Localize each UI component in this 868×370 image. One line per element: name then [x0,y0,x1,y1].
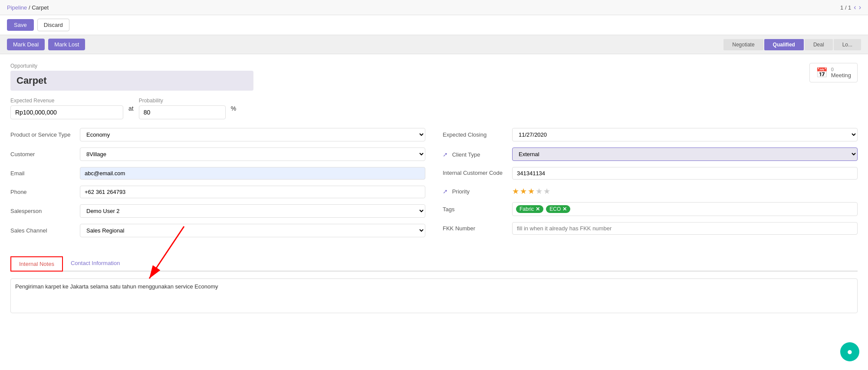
calendar-icon: 📅 [816,67,828,79]
customer-field: 8Village [80,147,425,161]
meeting-widget[interactable]: 📅 0 Meeting [809,63,858,82]
tag-fabric-label: Fabric [519,206,534,212]
priority-stars[interactable]: ★ ★ ★ ★ ★ [512,187,858,196]
stage-actions: Mark Deal Mark Lost [7,39,85,50]
stage-negotiate[interactable]: Negotiate [723,39,763,50]
priority-link-icon[interactable]: ➚ [443,188,448,195]
fkk-number-input[interactable] [512,222,858,235]
tag-fabric-remove[interactable]: ✕ [536,206,540,212]
nav-prev-icon[interactable]: ‹ [854,3,856,11]
fkk-number-field [512,222,858,235]
customer-select[interactable]: 8Village [80,147,425,161]
star-2[interactable]: ★ [520,187,527,196]
external-link-icon[interactable]: ➚ [443,151,448,158]
sales-channel-select[interactable]: Sales Regional [80,224,425,237]
salesperson-label: Salesperson [10,208,80,214]
action-bar: Save Discard [0,15,868,35]
tab-internal-notes[interactable]: Internal Notes [10,256,63,272]
product-service-select[interactable]: Economy [80,128,425,141]
star-5[interactable]: ★ [543,187,550,196]
phone-input[interactable] [80,186,425,198]
tag-eco-remove[interactable]: ✕ [562,206,567,212]
internal-customer-code-row: Internal Customer Code [443,167,858,180]
client-type-select[interactable]: External [512,147,858,161]
priority-label: ➚ Priority [443,188,512,195]
fkk-number-label: FKK Number [443,225,512,232]
probability-group: Probability [139,98,226,119]
tag-eco-label: ECO [549,206,561,212]
email-input[interactable] [80,167,425,180]
sales-channel-label: Sales Channel [10,227,80,234]
save-button[interactable]: Save [7,19,34,31]
opportunity-label: Opportunity [10,63,253,69]
expected-closing-field: 11/27/2020 [512,128,858,141]
probability-input[interactable] [139,105,226,119]
nav-next-icon[interactable]: › [859,3,861,11]
tab-contact-information[interactable]: Contact Information [63,256,128,272]
product-service-field: Economy [80,128,425,141]
opportunity-section: Opportunity [10,63,253,91]
email-label: Email [10,170,80,177]
discard-button[interactable]: Discard [37,19,69,31]
top-bar: Pipeline / Carpet 1 / 1 ‹ › [0,0,868,15]
phone-row: Phone [10,186,425,198]
mark-deal-button[interactable]: Mark Deal [7,39,45,50]
salesperson-field: Demo User 2 [80,204,425,218]
customer-label: Customer [10,151,80,157]
email-row: Email [10,167,425,180]
revenue-group: Expected Revenue [10,98,123,119]
tags-row: Tags Fabric ✕ ECO ✕ [443,202,858,216]
sales-channel-row: Sales Channel Sales Regional [10,224,425,237]
opportunity-title-input[interactable] [10,71,253,91]
fkk-number-row: FKK Number [443,222,858,235]
at-label: at [128,105,134,112]
pagination-text: 1 / 1 [840,4,851,11]
internal-customer-code-field [512,167,858,180]
expected-closing-label: Expected Closing [443,131,512,138]
form-col-left: Product or Service Type Economy Customer… [10,128,425,243]
product-service-label: Product or Service Type [10,131,80,138]
customer-row: Customer 8Village [10,147,425,161]
stage-deal[interactable]: Deal [805,39,833,50]
tags-label: Tags [443,206,512,213]
expected-closing-row: Expected Closing 11/27/2020 [443,128,858,141]
stage-qualified[interactable]: Qualified [764,39,804,50]
revenue-input[interactable] [10,105,123,119]
chat-icon[interactable]: ● [840,342,859,361]
star-1[interactable]: ★ [512,187,519,196]
stage-bar: Mark Deal Mark Lost Negotiate Qualified … [0,35,868,54]
expected-closing-select[interactable]: 11/27/2020 [512,128,858,141]
salesperson-select[interactable]: Demo User 2 [80,204,425,218]
notes-section: Pengiriman karpet ke Jakarta selama satu… [10,278,858,313]
client-type-field: External [512,147,858,161]
probability-label: Probability [139,98,226,104]
tag-fabric[interactable]: Fabric ✕ [516,205,543,213]
revenue-label: Expected Revenue [10,98,123,104]
tag-eco[interactable]: ECO ✕ [546,205,570,213]
chat-bubble-icon: ● [847,346,852,357]
tags-container[interactable]: Fabric ✕ ECO ✕ [512,202,858,216]
email-field [80,167,425,180]
breadcrumb: Pipeline / Carpet [7,4,49,11]
phone-field [80,186,425,198]
notes-text: Pengiriman karpet ke Jakarta selama satu… [15,283,218,290]
pct-label: % [231,105,236,112]
meeting-info: 0 Meeting [831,67,851,79]
mark-lost-button[interactable]: Mark Lost [48,39,85,50]
client-type-row: ➚ Client Type External [443,147,858,161]
form-columns: Product or Service Type Economy Customer… [10,128,858,243]
meeting-label: Meeting [831,72,851,79]
pagination: 1 / 1 ‹ › [840,3,861,11]
tabs-row: Internal Notes Contact Information [10,256,858,272]
breadcrumb-current: Carpet [32,4,49,11]
internal-customer-code-input[interactable] [512,167,858,180]
star-3[interactable]: ★ [528,187,535,196]
internal-customer-code-label: Internal Customer Code [443,167,512,176]
notes-area[interactable]: Pengiriman karpet ke Jakarta selama satu… [10,278,858,313]
tags-field: Fabric ✕ ECO ✕ [512,202,858,216]
star-4[interactable]: ★ [536,187,542,196]
sales-channel-field: Sales Regional [80,224,425,237]
breadcrumb-parent[interactable]: Pipeline [7,4,27,11]
stage-lost[interactable]: Lo... [834,39,861,50]
priority-row: ➚ Priority ★ ★ ★ ★ ★ [443,187,858,196]
